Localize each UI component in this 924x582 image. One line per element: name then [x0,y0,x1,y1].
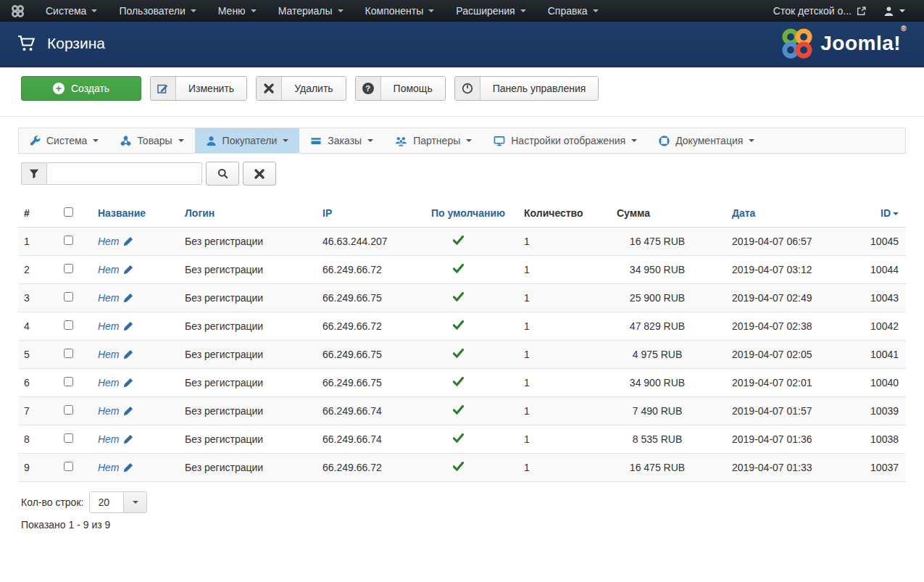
subnav-item-orders[interactable]: Заказы [299,128,384,153]
check-icon [453,433,464,443]
delete-button[interactable]: Удалить [256,76,346,101]
subnav-item-partners[interactable]: Партнеры [384,128,483,153]
row-checkbox-cell [54,369,92,397]
subnav-item-documentation[interactable]: Документация [648,128,765,153]
cart-table: # Название Логин IP По умолчанию Количес… [18,200,906,482]
row-checkbox[interactable] [64,264,73,273]
chevron-down-icon [283,139,288,142]
name-link[interactable]: Нет [98,320,119,332]
edit-pencil-icon[interactable] [123,321,133,331]
joomla-logo: Joomla!® [781,27,907,60]
name-cell: Нет [92,369,179,397]
delete-x-icon [257,77,282,100]
quantity-cell: 1 [518,425,611,454]
row-checkbox[interactable] [64,377,73,386]
dashboard-gauge-icon [455,77,480,100]
topbar-menu-extensions[interactable]: Расширения [445,0,536,22]
subnav-label: Партнеры [413,135,460,146]
column-header-num: # [18,200,54,228]
search-input[interactable] [46,162,202,185]
user-icon [883,6,894,17]
edit-pencil-icon[interactable] [123,265,133,275]
search-button[interactable] [206,162,239,186]
subnav-item-display-settings[interactable]: Настройки отображения [483,128,648,153]
default-cell [425,312,518,341]
login-cell: Без регистрации [179,454,317,482]
dashboard-button-label: Панель управления [480,77,599,100]
topbar-menu-components[interactable]: Компоненты [354,0,446,22]
ip-cell: 66.249.66.75 [317,369,425,397]
name-link[interactable]: Нет [98,264,119,275]
rows-per-page-select[interactable]: 20 [89,491,147,513]
edit-button[interactable]: Изменить [150,76,247,101]
row-checkbox[interactable] [64,462,73,471]
name-link[interactable]: Нет [98,433,119,445]
row-checkbox[interactable] [64,349,73,358]
edit-pencil-icon[interactable] [123,293,133,303]
topbar-menu-users[interactable]: Пользователи [108,0,207,22]
topbar-menu-content[interactable]: Материалы [267,0,354,22]
date-cell: 2019-04-07 06:57 [720,228,854,256]
row-checkbox[interactable] [64,320,73,330]
select-all-checkbox[interactable] [64,207,73,217]
row-checkbox-cell [54,228,92,256]
products-icon [120,136,131,146]
plus-circle-icon: + [53,83,64,94]
select-dropdown-button[interactable] [124,492,146,512]
joomla-mark-icon[interactable] [0,0,35,22]
edit-pencil-icon[interactable] [123,349,133,359]
name-cell: Нет [92,397,179,425]
edit-pencil-icon[interactable] [123,434,133,444]
row-checkbox[interactable] [64,433,73,443]
ip-cell: 66.249.66.75 [317,284,425,312]
edit-pencil-icon[interactable] [123,406,133,416]
row-checkbox[interactable] [64,405,73,415]
help-button[interactable]: ? Помощь [355,76,446,101]
external-link-icon [857,7,866,16]
subnav-item-customers[interactable]: Покупатели [195,128,300,153]
rows-per-page-value: 20 [90,492,124,512]
edit-pencil-icon[interactable] [123,462,133,473]
create-button[interactable]: + Создать [21,76,141,101]
dashboard-button[interactable]: Панель управления [454,76,599,101]
ip-cell: 66.249.66.72 [317,256,425,284]
topbar-menu-menus[interactable]: Меню [207,0,267,22]
wrench-icon [30,136,41,146]
row-number: 2 [18,256,54,284]
name-link[interactable]: Нет [98,377,119,388]
subnav-label: Товары [137,135,172,146]
subnav-item-products[interactable]: Товары [109,128,194,153]
topbar-menu-help[interactable]: Справка [537,0,609,22]
name-link[interactable]: Нет [98,292,119,304]
row-checkbox[interactable] [64,292,73,302]
user-menu[interactable] [876,0,912,22]
table-row: 1НетБез регистрации46.63.244.207116 475 … [18,228,906,256]
chevron-down-icon [749,139,754,142]
ip-cell: 66.249.66.75 [317,341,425,369]
subnav-item-system[interactable]: Система [19,128,109,153]
name-link[interactable]: Нет [98,462,119,473]
login-cell: Без регистрации [179,284,317,312]
clear-button[interactable] [243,162,276,186]
row-number: 4 [18,312,54,341]
default-cell [425,228,518,256]
menu-label: Расширения [456,5,515,17]
edit-pencil-icon[interactable] [123,236,133,246]
chevron-down-icon [899,9,905,12]
admin-top-bar: Система Пользователи Меню Материалы Комп… [0,0,924,22]
chevron-down-icon [338,9,344,12]
name-link[interactable]: Нет [98,236,119,247]
subnav-label: Покупатели [222,135,278,146]
row-number: 3 [18,284,54,312]
topbar-menu-system[interactable]: Система [35,0,108,22]
table-row: 3НетБез регистрации66.249.66.75125 900 R… [18,284,906,312]
name-link[interactable]: Нет [98,349,119,360]
edit-pencil-icon[interactable] [123,378,133,388]
name-link[interactable]: Нет [98,405,119,417]
id-cell: 10040 [854,369,906,397]
site-preview-link[interactable]: Сток детской о... [763,0,876,22]
row-checkbox-cell [54,397,92,425]
sum-cell: 16 475 RUB [611,228,720,256]
row-checkbox[interactable] [64,236,73,245]
page-title-bar: Корзина Joomla!® [0,22,924,67]
